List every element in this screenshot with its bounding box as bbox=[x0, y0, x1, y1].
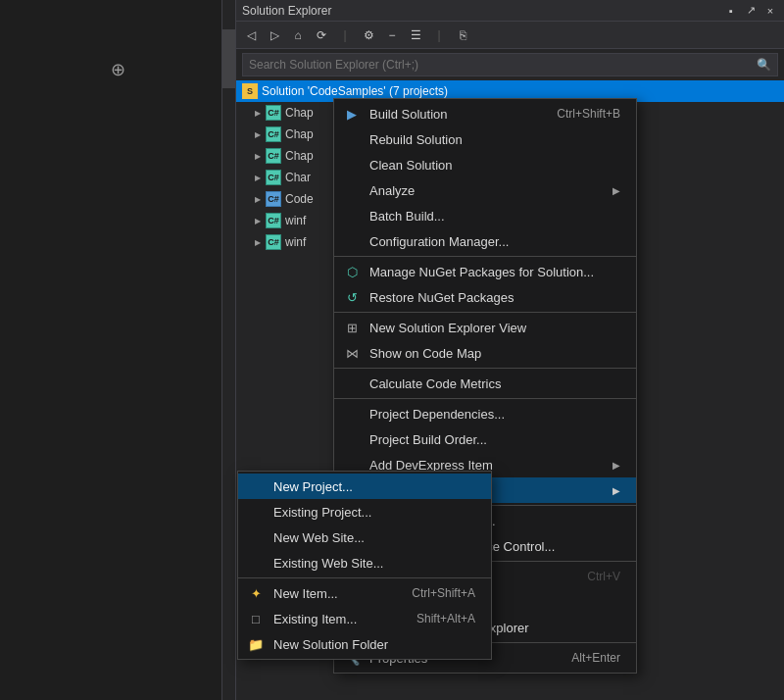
project-name-6: winf bbox=[285, 235, 306, 249]
solution-label: Solution 'CodeSamples' (7 projects) bbox=[262, 84, 448, 98]
nuget-icon: ⬡ bbox=[342, 262, 362, 281]
ctx-new-solution-folder-label: New Solution Folder bbox=[273, 637, 475, 652]
ctx-paste-shortcut: Ctrl+V bbox=[587, 570, 620, 583]
editor-add-button[interactable]: ⊕ bbox=[111, 59, 125, 80]
pin-icon[interactable]: ▪ bbox=[723, 3, 739, 19]
solution-explorer-toolbar: ◁ ▷ ⌂ ⟳ | ⚙ − ☰ | ⎘ bbox=[236, 22, 784, 49]
project-name-2: Chap bbox=[285, 149, 314, 163]
ctx-existing-project-label: Existing Project... bbox=[273, 505, 475, 520]
ctx-existing-website[interactable]: Existing Web Site... bbox=[238, 550, 491, 575]
ctx-batch-build-label: Batch Build... bbox=[369, 209, 620, 224]
ctx-existing-item-label: Existing Item... bbox=[273, 612, 397, 626]
search-input[interactable] bbox=[249, 58, 757, 72]
ctx-analyze-label: Analyze bbox=[369, 183, 612, 198]
ctx-sep4 bbox=[334, 398, 636, 399]
ctx-sep3 bbox=[334, 368, 636, 369]
ctx-new-item[interactable]: ✦ New Item... Ctrl+Shift+A bbox=[238, 580, 491, 606]
ctx-new-item-shortcut: Ctrl+Shift+A bbox=[412, 586, 475, 600]
ctx-manage-nuget[interactable]: ⬡ Manage NuGet Packages for Solution... bbox=[334, 259, 636, 284]
expand-arrow-6: ▶ bbox=[252, 236, 264, 248]
expand-arrow-0: ▶ bbox=[252, 107, 264, 119]
close-icon[interactable]: × bbox=[762, 3, 778, 19]
ctx-existing-website-label: Existing Web Site... bbox=[273, 556, 475, 571]
ctx-calculate-metrics[interactable]: Calculate Code Metrics bbox=[334, 371, 636, 396]
home-btn[interactable]: ⌂ bbox=[287, 25, 309, 46]
ctx-analyze[interactable]: Analyze ▶ bbox=[334, 177, 636, 203]
project-name-1: Chap bbox=[285, 127, 314, 141]
ctx-project-build-order-label: Project Build Order... bbox=[369, 432, 620, 447]
ctx-restore-nuget[interactable]: ↺ Restore NuGet Packages bbox=[334, 284, 636, 310]
ctx-rebuild-solution[interactable]: Rebuild Solution bbox=[334, 126, 636, 152]
ctx-add-sep1 bbox=[238, 577, 491, 578]
ctx-analyze-arrow: ▶ bbox=[612, 185, 620, 196]
expand-arrow-2: ▶ bbox=[252, 150, 264, 162]
scrollbar-thumb bbox=[222, 29, 235, 88]
ctx-new-project[interactable]: New Project... bbox=[238, 474, 491, 499]
ctx-existing-project[interactable]: Existing Project... bbox=[238, 499, 491, 525]
ctx-new-se-view-label: New Solution Explorer View bbox=[369, 321, 620, 335]
ctx-batch-build[interactable]: Batch Build... bbox=[334, 203, 636, 228]
minus-btn[interactable]: − bbox=[381, 25, 403, 46]
project-name-0: Chap bbox=[285, 106, 314, 120]
existing-item-icon: □ bbox=[246, 609, 266, 628]
solution-explorer-search[interactable]: 🔍 bbox=[242, 53, 778, 76]
ctx-new-project-label: New Project... bbox=[273, 479, 475, 494]
ctx-existing-item[interactable]: □ Existing Item... Shift+Alt+A bbox=[238, 606, 491, 631]
settings-btn[interactable]: ⚙ bbox=[358, 25, 379, 46]
code-map-icon: ⋈ bbox=[342, 343, 362, 363]
editor-panel: ⊕ bbox=[0, 0, 235, 700]
ctx-manage-nuget-label: Manage NuGet Packages for Solution... bbox=[369, 265, 620, 279]
divider2: | bbox=[428, 25, 450, 46]
ctx-new-se-view[interactable]: ⊞ New Solution Explorer View bbox=[334, 315, 636, 340]
ctx-sep1 bbox=[334, 256, 636, 257]
project-name-5: winf bbox=[285, 214, 306, 227]
search-icon: 🔍 bbox=[757, 58, 771, 72]
titlebar-icons: ▪ ↗ × bbox=[723, 3, 778, 19]
ctx-new-solution-folder[interactable]: 📁 New Solution Folder bbox=[238, 631, 491, 657]
ctx-restore-nuget-label: Restore NuGet Packages bbox=[369, 290, 620, 305]
solution-explorer-title: Solution Explorer bbox=[242, 4, 723, 18]
project-icon-1: C# bbox=[266, 126, 281, 142]
new-solution-folder-icon: 📁 bbox=[246, 634, 266, 654]
solution-icon: S bbox=[242, 83, 258, 99]
project-icon-6: C# bbox=[266, 234, 281, 250]
float-icon[interactable]: ↗ bbox=[743, 3, 759, 19]
project-icon-2: C# bbox=[266, 148, 281, 164]
ctx-project-build-order[interactable]: Project Build Order... bbox=[334, 426, 636, 452]
copy-btn[interactable]: ⎘ bbox=[452, 25, 473, 46]
expand-arrow-5: ▶ bbox=[252, 215, 264, 226]
forward-btn[interactable]: ▷ bbox=[264, 25, 285, 46]
divider1: | bbox=[334, 25, 356, 46]
context-menu-add: New Project... Existing Project... New W… bbox=[237, 471, 492, 660]
ctx-clean-solution-label: Clean Solution bbox=[369, 158, 620, 173]
ctx-config-manager-label: Configuration Manager... bbox=[369, 234, 620, 249]
back-btn[interactable]: ◁ bbox=[240, 25, 262, 46]
ctx-project-dependencies[interactable]: Project Dependencies... bbox=[334, 401, 636, 426]
project-name-3: Char bbox=[285, 171, 311, 184]
ctx-calculate-metrics-label: Calculate Code Metrics bbox=[369, 376, 620, 391]
ctx-new-website[interactable]: New Web Site... bbox=[238, 525, 491, 550]
files-btn[interactable]: ☰ bbox=[405, 25, 426, 46]
new-se-view-icon: ⊞ bbox=[342, 318, 362, 337]
project-name-4: Code bbox=[285, 192, 314, 206]
project-icon-4: C# bbox=[266, 191, 281, 207]
ctx-show-code-map-label: Show on Code Map bbox=[369, 346, 620, 361]
project-icon-0: C# bbox=[266, 105, 281, 121]
ctx-show-code-map[interactable]: ⋈ Show on Code Map bbox=[334, 340, 636, 366]
ctx-existing-item-shortcut: Shift+Alt+A bbox=[416, 612, 475, 625]
editor-scrollbar[interactable] bbox=[221, 0, 235, 700]
ctx-properties-shortcut: Alt+Enter bbox=[571, 651, 620, 665]
ctx-build-solution-label: Build Solution bbox=[369, 107, 537, 122]
ctx-clean-solution[interactable]: Clean Solution bbox=[334, 152, 636, 177]
ctx-config-manager[interactable]: Configuration Manager... bbox=[334, 228, 636, 254]
ctx-rebuild-solution-label: Rebuild Solution bbox=[369, 132, 620, 147]
ctx-build-solution-shortcut: Ctrl+Shift+B bbox=[557, 107, 620, 121]
ctx-sep2 bbox=[334, 312, 636, 313]
ctx-build-solution[interactable]: ▶ Build Solution Ctrl+Shift+B bbox=[334, 101, 636, 126]
new-item-icon: ✦ bbox=[246, 583, 266, 603]
solution-explorer-titlebar: Solution Explorer ▪ ↗ × bbox=[236, 0, 784, 22]
ctx-add-devexpress-arrow: ▶ bbox=[612, 460, 620, 471]
ctx-new-item-label: New Item... bbox=[273, 586, 392, 601]
sync-btn[interactable]: ⟳ bbox=[311, 25, 332, 46]
project-icon-5: C# bbox=[266, 213, 281, 228]
